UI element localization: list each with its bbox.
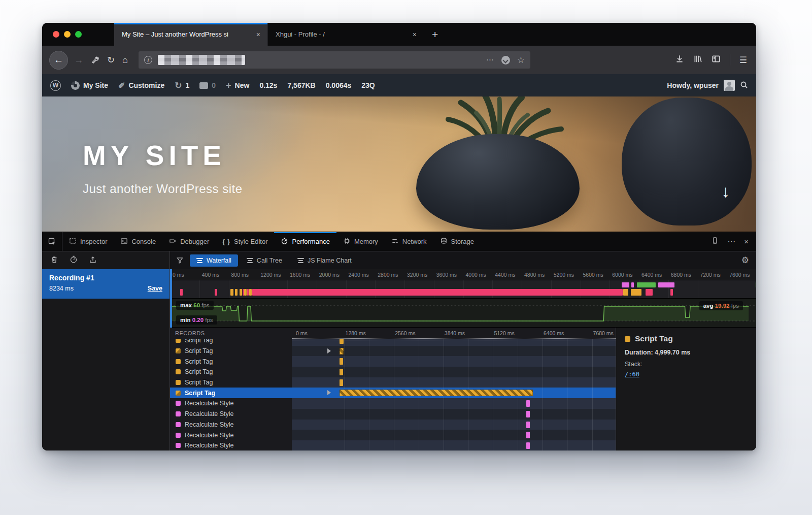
library-icon[interactable]	[693, 54, 702, 66]
clear-recordings-icon[interactable]	[50, 255, 58, 266]
stack-source-link[interactable]: /:60	[625, 371, 639, 378]
record-row-script[interactable]: Script Tag	[170, 388, 616, 398]
waterfall-overview[interactable]	[170, 280, 756, 299]
overview-segment	[622, 282, 629, 287]
devtools-close-icon[interactable]: ×	[744, 237, 749, 246]
pocket-icon[interactable]	[501, 56, 510, 65]
menu-icon[interactable]: ☰	[739, 55, 747, 66]
record-label: Script Tag	[185, 339, 213, 344]
time-ruler[interactable]: 0 ms400 ms800 ms1200 ms1600 ms2000 ms240…	[170, 269, 756, 280]
devtools-tab-network[interactable]: Network	[385, 232, 433, 251]
overview-segment	[230, 289, 233, 296]
page-actions-icon[interactable]: ⋯	[486, 55, 494, 65]
overview-segment	[637, 282, 656, 287]
selection-start-marker[interactable]	[170, 269, 172, 328]
tab-close-icon[interactable]: ×	[411, 29, 419, 40]
maximize-window-button[interactable]	[75, 31, 82, 38]
record-row-script[interactable]: Script Tag	[170, 356, 616, 367]
pick-element-icon[interactable]	[42, 232, 62, 251]
back-button[interactable]: ←	[49, 51, 68, 70]
wp-updates-item[interactable]: ↻ 1	[175, 80, 189, 91]
view-calltree-button[interactable]: Call Tree	[240, 254, 289, 267]
overview-segment	[631, 282, 634, 287]
reload-button[interactable]: ↻	[107, 54, 115, 66]
devtools-tab-performance[interactable]: Performance	[274, 232, 336, 251]
minimize-window-button[interactable]	[64, 31, 71, 38]
record-row-style[interactable]: Recalculate Style	[170, 398, 616, 409]
wp-new-item[interactable]: + New	[226, 80, 249, 91]
scroll-down-arrow[interactable]: ↓	[722, 182, 730, 201]
record-label: Script Tag	[185, 358, 213, 365]
record-row-script[interactable]: Script Tag	[170, 367, 616, 377]
record-row-style[interactable]: Recalculate Style	[170, 440, 616, 450]
wp-my-site-item[interactable]: My Site	[71, 81, 108, 90]
devtools-tab-console[interactable]: Console	[114, 232, 162, 251]
storage-icon	[440, 237, 448, 246]
marker-type-icon	[176, 422, 181, 427]
wrench-icon[interactable]	[91, 56, 99, 65]
wp-logo-icon[interactable]: W	[50, 80, 61, 91]
qm-load-time[interactable]: 0.12s	[259, 81, 277, 89]
browser-tab-xhgui[interactable]: Xhgui - Profile - / ×	[267, 23, 424, 46]
tab-close-icon[interactable]: ×	[254, 29, 262, 40]
devtools-tabbar: InspectorConsoleDebugger{ }Style EditorP…	[42, 232, 756, 251]
search-icon[interactable]	[740, 81, 748, 90]
save-recording-link[interactable]: Save	[148, 285, 162, 292]
ruler-tick: 5200 ms	[554, 272, 574, 278]
devtools-tab-debugger[interactable]: Debugger	[162, 232, 216, 251]
record-row-script[interactable]: Script Tag	[170, 339, 616, 346]
avatar[interactable]	[724, 80, 735, 91]
devtools-tab-memory[interactable]: Memory	[336, 232, 385, 251]
filter-icon[interactable]	[176, 255, 190, 266]
overview-segment	[215, 289, 217, 296]
devtools-tab-inspector[interactable]: Inspector	[62, 232, 114, 251]
wp-comments-item[interactable]: 0	[199, 81, 216, 89]
record-row-style[interactable]: Recalculate Style	[170, 409, 616, 420]
devtools-tab-storage[interactable]: Storage	[433, 232, 481, 251]
import-recording-icon[interactable]	[89, 255, 97, 266]
view-waterfall-button[interactable]: Waterfall	[190, 254, 238, 267]
new-tab-button[interactable]: +	[424, 23, 446, 46]
record-label: Script Tag	[185, 390, 215, 397]
qm-query-count[interactable]: 23Q	[361, 81, 375, 89]
ruler-tick: 5600 ms	[583, 272, 603, 278]
record-row-style[interactable]: Recalculate Style	[170, 420, 616, 430]
url-bar[interactable]: i ⋯ ☆	[139, 51, 530, 69]
sidebar-toggle-icon[interactable]	[712, 54, 721, 66]
recording-item[interactable]: Recording #1 8234 ms Save	[42, 269, 170, 299]
ruler-tick: 2000 ms	[319, 272, 340, 278]
overview-segment	[756, 282, 756, 287]
waterfall-bar	[340, 369, 344, 375]
ruler-tick: 2400 ms	[349, 272, 369, 278]
wp-customize-item[interactable]: ✐ Customize	[118, 81, 164, 90]
record-label: Recalculate Style	[185, 410, 234, 417]
record-row-style[interactable]: Recalculate Style	[170, 430, 616, 440]
downloads-icon[interactable]	[675, 54, 684, 66]
framerate-graph[interactable]: max 60 fps min 0.20 fps avg 19.92 fps	[170, 299, 756, 328]
record-row-script[interactable]: Script Tag	[170, 346, 616, 357]
qm-memory[interactable]: 7,567KB	[287, 81, 315, 89]
bookmark-star-icon[interactable]: ☆	[517, 55, 525, 66]
updates-icon: ↻	[175, 80, 182, 91]
settings-gear-icon[interactable]: ⚙	[741, 255, 756, 266]
record-performance-icon[interactable]	[70, 255, 78, 266]
devtools-more-icon[interactable]: ⋯	[727, 237, 735, 246]
home-button[interactable]: ⌂	[122, 55, 128, 66]
qm-db-time[interactable]: 0.0064s	[326, 81, 352, 89]
marker-type-icon	[176, 443, 181, 448]
ruler-tick: 1200 ms	[260, 272, 281, 278]
view-flame-button[interactable]: JS Flame Chart	[291, 254, 358, 267]
expand-triangle-icon[interactable]	[327, 348, 331, 353]
site-info-icon[interactable]: i	[144, 56, 152, 64]
navigation-toolbar: ← → ↻ ⌂ i ⋯ ☆ ☰	[42, 46, 756, 74]
wp-account-item[interactable]: Howdy, wpuser	[667, 81, 719, 89]
expand-triangle-icon[interactable]	[327, 390, 331, 395]
forward-button[interactable]: →	[74, 55, 83, 66]
plus-icon: +	[226, 80, 231, 91]
close-window-button[interactable]	[53, 31, 59, 38]
responsive-design-icon[interactable]	[711, 237, 719, 246]
browser-tab-my-site[interactable]: My Site – Just another WordPress si ×	[114, 23, 267, 46]
tab-title: My Site – Just another WordPress si	[122, 30, 250, 38]
devtools-tab-style-editor[interactable]: { }Style Editor	[216, 232, 274, 251]
record-row-script[interactable]: Script Tag	[170, 377, 616, 388]
